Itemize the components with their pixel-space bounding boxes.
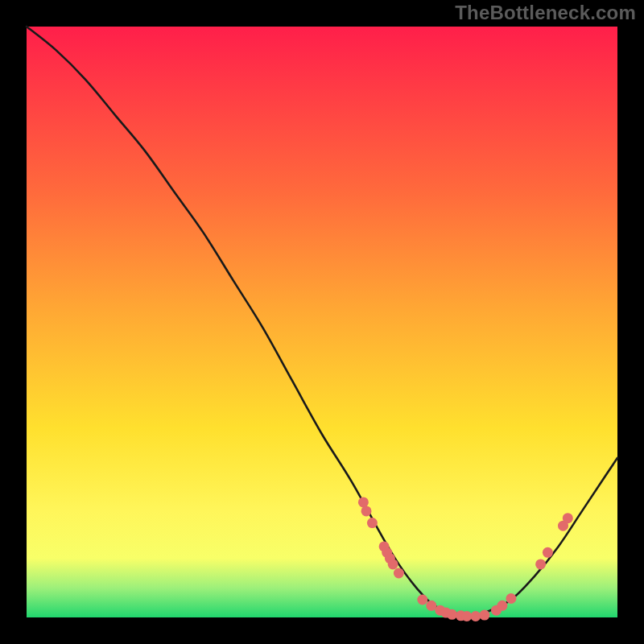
curve-marker [497, 601, 507, 611]
chart-frame: TheBottleneck.com [0, 0, 644, 644]
curve-marker [506, 593, 516, 604]
bottleneck-curve-svg [27, 27, 617, 617]
watermark-text: TheBottleneck.com [455, 2, 636, 24]
plot-area [27, 27, 617, 617]
curve-marker [367, 518, 378, 528]
curve-marker [426, 601, 436, 611]
curve-marker [358, 497, 369, 507]
bottleneck-curve-line [27, 27, 617, 617]
curve-markers [358, 497, 573, 621]
curve-marker [563, 513, 573, 523]
curve-marker [535, 559, 546, 569]
curve-marker [447, 609, 457, 620]
curve-marker [417, 595, 427, 605]
curve-marker [470, 611, 481, 621]
curve-marker [479, 610, 489, 621]
curve-marker [543, 547, 553, 558]
curve-marker [394, 568, 404, 579]
curve-marker [361, 506, 372, 516]
curve-marker [388, 559, 398, 569]
